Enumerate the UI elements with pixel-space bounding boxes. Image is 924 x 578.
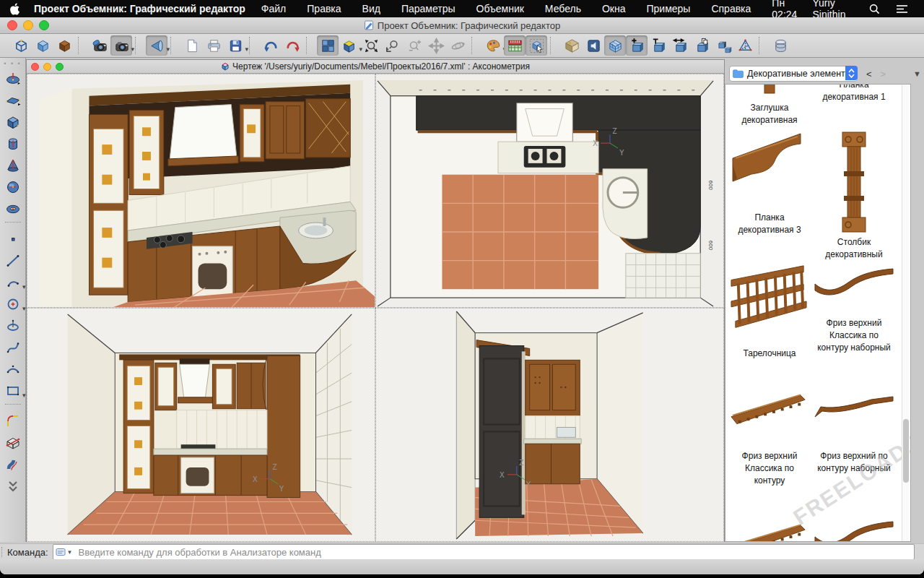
folder-icon — [733, 69, 744, 78]
box-height-button[interactable] — [648, 35, 669, 56]
menu-app-name[interactable]: Проект Объемник: Графический редактор — [34, 3, 245, 14]
catalog-item[interactable]: Планка декоративная 1 — [814, 84, 894, 103]
materials-button[interactable] — [482, 35, 504, 56]
textured-cube-button[interactable] — [53, 35, 75, 56]
camera-view-button[interactable] — [110, 35, 132, 56]
sweep-tool[interactable] — [2, 454, 24, 475]
catalog-back-button[interactable]: < — [866, 69, 872, 79]
catalog-item-image — [814, 517, 894, 542]
plane-primitive-tool[interactable] — [2, 90, 24, 111]
menu-edit[interactable]: Правка — [307, 3, 341, 14]
texture-photo-button[interactable] — [561, 35, 583, 56]
fillet-tool[interactable] — [2, 410, 24, 432]
arc-tool[interactable] — [2, 272, 24, 293]
circle-tool[interactable] — [2, 293, 24, 315]
catalog-item[interactable]: Фриз верхний Классика по контуру — [730, 391, 809, 487]
menu-windows[interactable]: Окна — [602, 3, 626, 14]
catalog-item[interactable]: Столбик декоративный — [814, 131, 894, 261]
torus-primitive-tool[interactable] — [2, 198, 24, 220]
zoom-extents-button[interactable] — [360, 35, 382, 56]
sphere-primitive-tool[interactable] — [2, 176, 24, 198]
menu-parameters[interactable]: Параметры — [401, 3, 456, 14]
ellipse-tool[interactable] — [2, 315, 24, 337]
catalog-forward-button[interactable]: > — [881, 69, 886, 79]
rectangle-tool[interactable] — [2, 380, 24, 402]
arc-3point-tool[interactable] — [2, 358, 24, 380]
wireframe-cube-button[interactable] — [10, 35, 32, 56]
view-cube-button[interactable] — [339, 35, 360, 56]
prism-button[interactable] — [734, 35, 756, 56]
minimize-button[interactable] — [23, 20, 33, 30]
toolbar-drag-handle[interactable]: • • • — [4, 61, 21, 66]
dimensions-button[interactable] — [504, 35, 526, 56]
undo-button-icon — [263, 38, 279, 54]
disk-primitive-tool[interactable] — [2, 68, 24, 90]
command-bar-handle[interactable] — [1, 547, 5, 557]
menu-view[interactable]: Вид — [362, 3, 380, 14]
new-document-button[interactable] — [181, 35, 203, 56]
box-primitive-tool[interactable] — [2, 111, 24, 133]
catalog-scrollbar-thumb[interactable] — [903, 419, 909, 483]
menu-furniture[interactable]: Мебель — [545, 3, 581, 14]
command-dropdown-icon[interactable]: ▼ — [67, 549, 73, 556]
viewport-side-view[interactable]: X Z Y — [375, 308, 724, 542]
grid-cube-button[interactable] — [604, 35, 626, 56]
line-tool[interactable] — [2, 250, 24, 272]
copy-box-button[interactable] — [691, 35, 712, 56]
shaded-cube-button[interactable] — [32, 35, 53, 56]
undo-button[interactable] — [260, 35, 282, 56]
catalog-item[interactable]: Тарелочница — [730, 264, 809, 360]
catalog-scrollbar[interactable] — [902, 85, 910, 541]
spline-tool[interactable] — [2, 337, 24, 358]
menu-help[interactable]: Справка — [711, 3, 751, 14]
command-history-icon[interactable] — [56, 548, 66, 556]
save-button[interactable] — [225, 35, 246, 56]
spotlight-search-icon[interactable] — [869, 4, 880, 14]
menu-obyemnik[interactable]: Объемник — [476, 3, 524, 14]
point-tool[interactable] — [2, 228, 24, 250]
copy-box-button-icon — [694, 38, 710, 54]
category-dropdown[interactable]: Декоративные элементы — [729, 66, 858, 82]
box-width-button[interactable] — [669, 35, 691, 56]
viewport-axonometric[interactable] — [27, 74, 375, 308]
menu-file[interactable]: Файл — [261, 3, 286, 14]
panel-collapse-icon[interactable]: ▼ — [913, 69, 921, 78]
menu-examples[interactable]: Примеры — [646, 3, 690, 14]
render-image-button[interactable] — [89, 35, 110, 56]
cylinder-primitive-tool[interactable] — [2, 133, 24, 155]
command-field[interactable]: ▼ — [53, 544, 915, 560]
perspective-button[interactable] — [146, 35, 167, 56]
catalog-item[interactable]: Заглушка декоративная — [730, 84, 809, 126]
zoom-window-button[interactable] — [382, 35, 404, 56]
axis-label-y: Y — [619, 148, 624, 158]
box-structure-button[interactable] — [712, 35, 734, 56]
close-button[interactable] — [7, 20, 17, 30]
section-tool[interactable] — [2, 432, 24, 454]
redo-button-icon — [284, 38, 301, 54]
viewport-front-view[interactable]: X Z Y — [27, 308, 375, 542]
database-button[interactable] — [770, 35, 791, 56]
notification-center-icon[interactable] — [896, 4, 908, 14]
viewport-top-view[interactable]: X Z Y 600 600 — [375, 74, 724, 308]
catalog-item[interactable]: Фриз верхний Классика по контуру наборны… — [814, 264, 894, 354]
select-object-button[interactable] — [526, 35, 547, 56]
catalog-list: Заглушка декоративная Планка декоративна… — [725, 84, 911, 542]
redo-button[interactable] — [282, 35, 303, 56]
catalog-item[interactable]: Планка декоративная 3 — [730, 131, 809, 236]
zoom-extents-button-icon — [363, 38, 380, 54]
command-input[interactable] — [77, 545, 914, 558]
apple-menu-icon[interactable] — [10, 3, 21, 15]
cone-primitive-tool[interactable] — [2, 155, 24, 176]
catalog-item-partial[interactable] — [814, 517, 894, 542]
panel-element-button[interactable] — [583, 35, 604, 56]
box-structure-button-icon — [715, 38, 732, 54]
four-viewports-button[interactable] — [317, 35, 339, 56]
dropdown-stepper-icon[interactable] — [845, 66, 858, 80]
more-tools-button[interactable] — [2, 475, 24, 497]
database-button-icon — [772, 38, 789, 54]
zoom-button[interactable] — [39, 20, 49, 30]
add-box-button[interactable] — [626, 35, 648, 56]
print-button[interactable] — [203, 35, 225, 56]
category-label: Декоративные элементы — [747, 69, 852, 79]
catalog-item-partial[interactable] — [730, 521, 809, 542]
